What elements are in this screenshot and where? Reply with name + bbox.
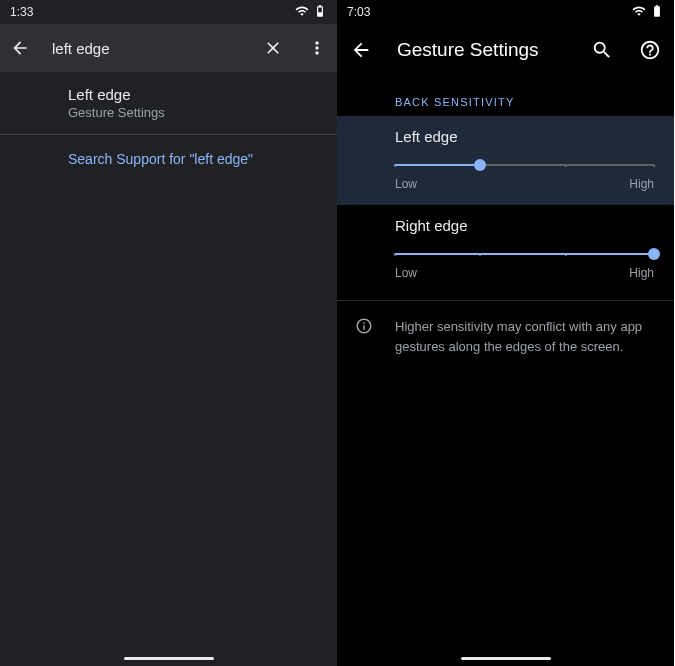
search-result-item[interactable]: Left edge Gesture Settings: [0, 72, 337, 134]
info-icon: [355, 317, 375, 356]
slider-label: Left edge: [395, 128, 654, 145]
slider-label: Right edge: [395, 217, 654, 234]
wifi-icon: [295, 4, 309, 21]
nav-handle[interactable]: [461, 657, 551, 660]
wifi-icon: [632, 4, 646, 21]
slider-track[interactable]: [395, 248, 654, 260]
back-arrow-icon: [350, 39, 372, 61]
page-title: Gesture Settings: [397, 39, 566, 61]
more-vert-icon: [307, 38, 327, 58]
search-header: left edge: [0, 24, 337, 72]
slider-low-label: Low: [395, 266, 417, 280]
app-bar: Gesture Settings: [337, 24, 674, 76]
status-time: 1:33: [10, 5, 33, 19]
result-title: Left edge: [68, 86, 321, 103]
search-icon: [591, 39, 613, 61]
slider-high-label: High: [629, 177, 654, 191]
back-button[interactable]: [349, 38, 373, 62]
battery-icon: [313, 4, 327, 21]
clear-button[interactable]: [261, 36, 285, 60]
help-button[interactable]: [638, 38, 662, 62]
slider-left-edge: Left edge Low High: [337, 116, 674, 205]
slider-tick: [564, 164, 567, 167]
status-bar: 7:03: [337, 0, 674, 24]
slider-fill: [395, 164, 480, 166]
search-support-link[interactable]: Search Support for "left edge": [0, 135, 337, 183]
help-icon: [639, 39, 661, 61]
overflow-button[interactable]: [305, 36, 329, 60]
screen-gesture-settings: 7:03 Gesture Settings BACK SENSITIVITY L…: [337, 0, 674, 666]
slider-high-label: High: [629, 266, 654, 280]
search-input[interactable]: left edge: [52, 40, 241, 57]
slider-low-label: Low: [395, 177, 417, 191]
status-bar: 1:33: [0, 0, 337, 24]
slider-right-edge: Right edge Low High: [337, 205, 674, 294]
slider-tick: [653, 164, 656, 167]
back-button[interactable]: [8, 36, 32, 60]
slider-fill: [395, 253, 654, 255]
section-header: BACK SENSITIVITY: [337, 76, 674, 116]
slider-thumb[interactable]: [474, 159, 486, 171]
search-button[interactable]: [590, 38, 614, 62]
info-row: Higher sensitivity may conflict with any…: [337, 300, 674, 372]
result-subtitle: Gesture Settings: [68, 105, 321, 120]
back-arrow-icon: [10, 38, 30, 58]
nav-handle[interactable]: [124, 657, 214, 660]
slider-track[interactable]: [395, 159, 654, 171]
slider-range-labels: Low High: [395, 177, 654, 191]
screen-search: 1:33 left edge Left edge Gesture Setting…: [0, 0, 337, 666]
status-time: 7:03: [347, 5, 370, 19]
slider-range-labels: Low High: [395, 266, 654, 280]
battery-icon: [650, 4, 664, 21]
slider-thumb[interactable]: [648, 248, 660, 260]
info-text: Higher sensitivity may conflict with any…: [395, 317, 654, 356]
close-icon: [263, 38, 283, 58]
